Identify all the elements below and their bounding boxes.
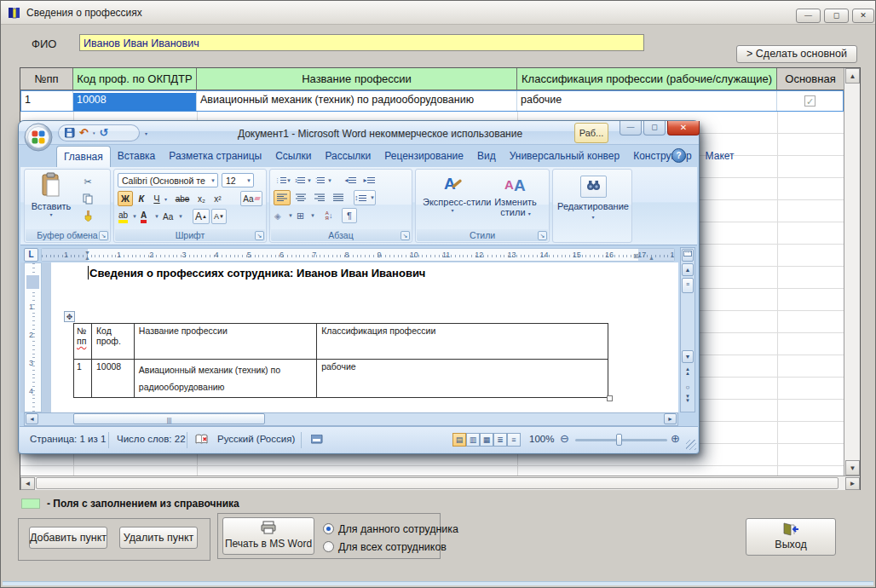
radio-current-employee[interactable] [323, 523, 334, 534]
taskbar-app-button[interactable]: Раб... [574, 123, 608, 143]
language-bar-icon[interactable] [311, 435, 323, 444]
resize-grip[interactable] [686, 440, 696, 450]
word-tab-3[interactable]: Разметка страницы [162, 146, 268, 167]
line-spacing-button[interactable]: ↕▼ [354, 190, 376, 205]
close-button[interactable]: ✕ [852, 9, 874, 23]
multilevel-list-button[interactable]: ⁚▼ [314, 173, 333, 187]
spell-check-icon[interactable] [195, 434, 208, 445]
font-size-select[interactable]: 12▼ [222, 173, 254, 187]
word-tab-9[interactable]: Конструктор [626, 146, 698, 167]
language-indicator[interactable]: Русский (Россия) [217, 434, 295, 444]
vertical-ruler[interactable]: 1234 [24, 262, 42, 412]
scroll-up-icon[interactable]: ▲ [682, 263, 694, 276]
outline-view-icon[interactable]: ≣ [493, 433, 507, 447]
primary-checkbox[interactable]: ✓ [804, 95, 815, 107]
scroll-left-icon[interactable]: ◄ [26, 413, 38, 424]
borders-button[interactable]: ⊞▼ [296, 208, 316, 223]
tab-selector-button[interactable]: L [24, 248, 38, 262]
show-marks-button[interactable]: ¶ [342, 208, 357, 223]
scroll-thumb[interactable]: ≡ [682, 278, 694, 293]
change-styles-button[interactable]: А А Изменить стили ▾ [486, 173, 545, 228]
zoom-slider-thumb[interactable] [616, 434, 622, 446]
make-primary-button[interactable]: > Сделать основной [736, 45, 857, 63]
strikethrough-button[interactable]: abe [172, 191, 193, 206]
scroll-left-icon[interactable]: ◄ [20, 477, 35, 490]
decrease-indent-button[interactable]: ◂ [342, 173, 359, 187]
scroll-down-icon[interactable]: ▼ [682, 350, 694, 363]
help-icon[interactable]: ? [671, 148, 686, 163]
next-page-icon[interactable]: ▼▼ [682, 395, 694, 407]
exit-button[interactable]: Выход [746, 518, 836, 556]
radio-all-employees[interactable] [323, 541, 334, 552]
justify-button[interactable] [330, 190, 347, 205]
word-vertical-scrollbar[interactable]: ▲ ≡ ▼ ▲▲ ○ ▼▼ [680, 247, 695, 412]
word-close-button[interactable]: ✕ [667, 121, 700, 135]
subscript-button[interactable]: x₂ [194, 191, 209, 206]
word-minimize-button[interactable]: — [620, 121, 642, 135]
fullscreen-view-icon[interactable]: ▥ [466, 433, 480, 447]
qat-customize-icon[interactable]: ▾ [145, 130, 147, 136]
table-resize-handle[interactable] [607, 395, 613, 401]
align-right-button[interactable] [311, 190, 328, 205]
underline-button[interactable]: Ч [150, 191, 164, 206]
word-tab-4[interactable]: Ссылки [268, 146, 318, 167]
underline-dropdown-icon[interactable]: ▾ [164, 196, 167, 202]
quick-styles-button[interactable]: A Экспресс-стили ▾ [423, 173, 482, 228]
numbering-button[interactable]: 1▼ [294, 173, 313, 187]
office-button[interactable] [24, 123, 53, 152]
font-dialog-launcher-icon[interactable]: ↘ [255, 231, 264, 240]
word-tab-8[interactable]: Универсальный конвер [503, 146, 627, 167]
word-tab-10[interactable]: Макет [699, 146, 741, 167]
select-browse-object-icon[interactable]: ○ [682, 382, 694, 395]
change-case-button[interactable]: Аа▼ [162, 209, 184, 224]
word-tab-7[interactable]: Вид [470, 146, 503, 167]
word-tab-6[interactable]: Рецензирование [377, 146, 470, 167]
print-to-word-button[interactable]: Печать в MS Word [222, 517, 314, 555]
bullets-button[interactable]: ⋮▼ [274, 173, 292, 187]
shading-button[interactable]: ◈▼ [274, 208, 294, 223]
font-family-select[interactable]: Calibri (Основной те▼ [118, 173, 218, 187]
add-item-button[interactable]: Добавить пункт [29, 527, 107, 549]
scroll-up-icon[interactable]: ▲ [845, 68, 860, 84]
scroll-right-icon[interactable]: ► [845, 477, 860, 490]
web-layout-view-icon[interactable]: ▦ [480, 433, 493, 447]
word-tab-1[interactable]: Главная [56, 146, 111, 167]
styles-dialog-launcher-icon[interactable]: ↘ [538, 231, 547, 240]
undo-icon[interactable]: ↶ [79, 129, 89, 137]
paragraph-dialog-launcher-icon[interactable]: ↘ [401, 231, 410, 240]
word-horizontal-scrollbar[interactable]: ◄ ||| ► [24, 412, 678, 426]
grow-font-button[interactable]: А▲ [193, 209, 210, 224]
scroll-right-icon[interactable]: ► [664, 413, 677, 424]
highlight-color-button[interactable]: ab▼ [118, 209, 138, 224]
align-left-button[interactable] [274, 190, 291, 205]
fio-field[interactable]: Иванов Иван Иванович [79, 34, 644, 51]
word-count[interactable]: Число слов: 22 [117, 434, 186, 444]
ruler-toggle-icon[interactable] [682, 249, 694, 262]
scroll-down-icon[interactable]: ▼ [845, 460, 860, 476]
horizontal-ruler[interactable]: 1 ▼ ▲ ⊞ ▲ 123456789101112131415161718 [41, 248, 675, 262]
scroll-thumb[interactable] [36, 477, 839, 489]
radio-all-employees-label[interactable]: Для всех сотрудников [338, 541, 447, 553]
redo-icon[interactable]: ↺ [99, 129, 108, 137]
page-indicator[interactable]: Страница: 1 из 1 [30, 434, 106, 444]
hanging-indent-icon[interactable]: ▲ [84, 255, 90, 261]
cut-icon[interactable]: ✂ [78, 174, 98, 189]
zoom-out-icon[interactable]: ⊖ [560, 432, 569, 445]
minimize-button[interactable]: — [796, 9, 821, 23]
row-code-cell-selected[interactable]: 10008 [73, 91, 197, 111]
draft-view-icon[interactable]: ≡ [507, 433, 521, 447]
increase-indent-button[interactable]: ▸ [360, 173, 377, 187]
document-page[interactable]: Сведения о профессиях сотрудника: Иванов… [51, 262, 678, 412]
zoom-in-icon[interactable]: ⊕ [671, 432, 680, 445]
row-profession-cell[interactable]: Авиационный механик (техник) по радиообо… [197, 91, 517, 111]
save-icon[interactable] [65, 128, 75, 138]
table-move-handle-icon[interactable]: ✥ [64, 311, 75, 322]
radio-current-employee-label[interactable]: Для данного сотрудника [338, 523, 458, 535]
maximize-button[interactable]: ◻ [824, 9, 849, 23]
row-num-cell[interactable]: 1 [21, 91, 73, 111]
previous-page-icon[interactable]: ▲▲ [682, 367, 694, 380]
row-classification-cell[interactable]: рабочие [517, 91, 777, 111]
word-maximize-button[interactable]: ◻ [643, 121, 666, 135]
font-color-button[interactable]: А▼ [140, 209, 160, 224]
clipboard-dialog-launcher-icon[interactable]: ↘ [99, 231, 108, 240]
